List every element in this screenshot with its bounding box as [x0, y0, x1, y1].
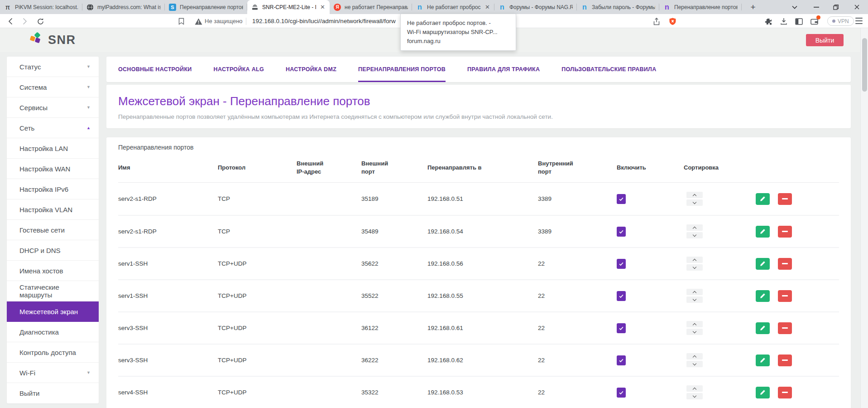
logout-button[interactable]: Выйти [806, 34, 844, 46]
delete-button[interactable] [778, 193, 792, 205]
sidebar-item[interactable]: Статические маршруты [7, 281, 99, 301]
browser-tab[interactable]: n Форумы - Форумы NAG.R [494, 0, 577, 14]
tab-search-chevron-icon[interactable] [788, 0, 801, 14]
firewall-tab[interactable]: ПОЛЬЗОВАТЕЛЬСКИЕ ПРАВИЛА [561, 57, 656, 82]
enable-checkbox[interactable] [617, 194, 626, 204]
extensions-puzzle-icon[interactable] [764, 17, 772, 25]
sidebar-item[interactable]: Диагностика [7, 322, 99, 342]
sort-down-button[interactable] [686, 329, 703, 335]
sort-up-button[interactable] [686, 192, 703, 198]
enable-checkbox[interactable] [617, 355, 626, 365]
sidebar-item[interactable]: Межсетевой экран [7, 301, 99, 322]
share-icon[interactable] [652, 17, 661, 25]
browser-tab[interactable]: n Забыли пароль - Форумы [577, 0, 659, 14]
enable-checkbox[interactable] [617, 227, 626, 237]
firewall-tab[interactable]: НАСТРОЙКА DMZ [286, 57, 336, 82]
sort-up-button[interactable] [686, 224, 703, 231]
sort-down-button[interactable] [686, 361, 703, 367]
sidebar-item[interactable]: Настройка WAN [7, 159, 99, 179]
sort-down-button[interactable] [686, 393, 703, 399]
not-secure-warning-icon[interactable] [194, 17, 202, 25]
browser-tab[interactable]: SNR-CPE-ME2-Lite - Пе ✕ [247, 0, 330, 14]
sidebar-item[interactable]: Сервисы ▼ [7, 97, 99, 118]
edit-button[interactable] [756, 290, 770, 302]
firewall-tab[interactable]: ОСНОВНЫЕ НАСТРОЙКИ [118, 57, 192, 82]
forward-icon[interactable] [21, 17, 29, 25]
sidebar-item[interactable]: Настройка IPv6 [7, 179, 99, 199]
firewall-tab[interactable]: ПРАВИЛА ДЛЯ ТРАФИКА [467, 57, 540, 82]
sidebar-item[interactable]: Гостевые сети [7, 220, 99, 240]
table-header-row: ИмяПротоколВнешний IP-адресВнешний портП… [118, 153, 839, 183]
sort-down-button[interactable] [686, 296, 703, 303]
minimize-icon[interactable] [810, 0, 823, 14]
scrollbar-thumb[interactable] [862, 38, 867, 92]
snr-logo: SNR [29, 32, 76, 49]
vpn-button[interactable]: VPN [827, 16, 854, 26]
sidebar-item[interactable]: Wi-Fi ▼ [7, 363, 99, 383]
browser-tab[interactable]: mylPaddress.com: What is [82, 0, 165, 14]
browser-tab[interactable]: n Не работает проброс п ✕ [412, 0, 494, 14]
tab-title: Форумы - Форумы NAG.R [509, 4, 573, 10]
sidebar-item[interactable]: Система ▼ [7, 77, 99, 97]
sidebar-item[interactable]: Настройка LAN [7, 138, 99, 159]
sidebar-item[interactable]: Имена хостов [7, 261, 99, 281]
edit-button[interactable] [756, 226, 770, 238]
browser-tab[interactable]: π PiKVM Session: localhost.lo [0, 0, 82, 14]
sort-down-button[interactable] [686, 232, 703, 238]
edit-button[interactable] [756, 355, 770, 366]
download-icon[interactable] [780, 17, 788, 25]
new-tab-button[interactable]: + [747, 1, 759, 13]
sort-up-button[interactable] [686, 289, 703, 295]
sidebar-item[interactable]: Выйти [7, 383, 99, 403]
sidebar-item[interactable]: Контроль доступа [7, 342, 99, 363]
sort-down-button[interactable] [686, 264, 703, 271]
sidebar-panel-icon[interactable] [795, 17, 803, 25]
browser-tab[interactable]: n Перенаправление портов [659, 0, 742, 14]
delete-button[interactable] [778, 387, 792, 398]
firewall-tab[interactable]: НАСТРОЙКА ALG [214, 57, 264, 82]
close-window-icon[interactable] [850, 0, 863, 14]
maximize-restore-icon[interactable] [829, 0, 843, 14]
delete-button[interactable] [778, 258, 792, 270]
sort-up-button[interactable] [686, 385, 703, 392]
delete-button[interactable] [778, 322, 792, 334]
url-text[interactable]: 192.168.0.10/cgi-bin/luci//admin/network… [252, 18, 396, 24]
browser-tab[interactable]: Я не работает Перенаправл [330, 0, 412, 14]
back-icon[interactable] [6, 17, 14, 25]
sort-up-button[interactable] [686, 353, 703, 359]
browser-tab[interactable]: S Перенаправление портов [165, 0, 247, 14]
edit-button[interactable] [756, 322, 770, 334]
edit-button[interactable] [756, 193, 770, 205]
sort-up-button[interactable] [686, 321, 703, 327]
sort-down-button[interactable] [686, 199, 703, 206]
column-header: Протокол [218, 164, 297, 172]
edit-button[interactable] [756, 387, 770, 398]
cell-protocol: TCP+UDP [218, 389, 297, 396]
firewall-tab[interactable]: ПЕРЕНАПРАВЛЕНИЯ ПОРТОВ [358, 57, 446, 82]
tab-close-icon[interactable]: ✕ [484, 4, 490, 10]
enable-checkbox[interactable] [617, 291, 626, 301]
delete-button[interactable] [778, 355, 792, 366]
enable-checkbox[interactable] [617, 323, 626, 333]
cell-internal-port: 3389 [538, 228, 617, 235]
enable-checkbox[interactable] [617, 259, 626, 269]
sidebar-item[interactable]: DHCP и DNS [7, 240, 99, 261]
tab-title: Не работает проброс п [427, 4, 481, 10]
tab-close-icon[interactable]: ✕ [320, 4, 326, 10]
cell-protocol: TCP [218, 228, 297, 235]
page-scrollbar[interactable] [860, 28, 868, 408]
delete-button[interactable] [778, 226, 792, 238]
menu-hamburger-icon[interactable] [855, 18, 863, 24]
reload-icon[interactable] [36, 17, 44, 25]
sort-up-button[interactable] [686, 257, 703, 263]
cell-internal-port: 3389 [538, 195, 617, 202]
sidebar-item-label: Гостевые сети [19, 226, 65, 234]
edit-button[interactable] [756, 258, 770, 270]
enable-checkbox[interactable] [617, 388, 626, 398]
delete-button[interactable] [778, 290, 792, 302]
sidebar-item[interactable]: Настройка VLAN [7, 199, 99, 220]
bookmark-icon[interactable] [177, 17, 185, 25]
sidebar-item[interactable]: Статус ▼ [7, 57, 99, 77]
brave-shield-icon[interactable] [668, 17, 676, 25]
sidebar-item[interactable]: Сеть ▲ [7, 118, 99, 138]
